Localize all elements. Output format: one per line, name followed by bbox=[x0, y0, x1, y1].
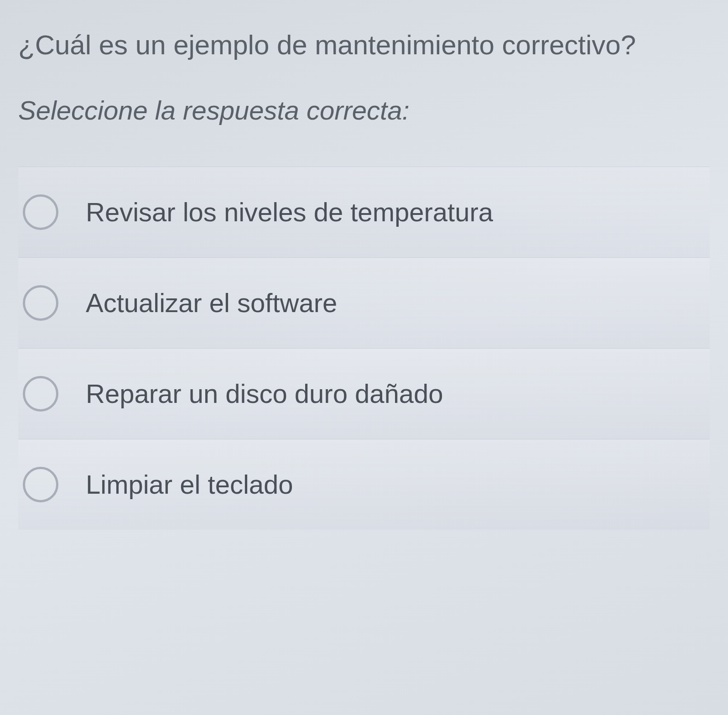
option-label: Actualizar el software bbox=[86, 287, 337, 319]
option-row-2[interactable]: Reparar un disco duro dañado bbox=[18, 348, 710, 439]
option-label: Reparar un disco duro dañado bbox=[86, 378, 443, 410]
radio-icon[interactable] bbox=[23, 376, 58, 412]
radio-icon[interactable] bbox=[23, 194, 58, 230]
option-row-0[interactable]: Revisar los niveles de temperatura bbox=[18, 167, 710, 257]
radio-icon[interactable] bbox=[23, 467, 58, 502]
instruction-text: Seleccione la respuesta correcta: bbox=[18, 95, 710, 125]
option-label: Revisar los niveles de temperatura bbox=[86, 196, 493, 228]
option-row-3[interactable]: Limpiar el teclado bbox=[18, 439, 710, 530]
options-container: Revisar los niveles de temperatura Actua… bbox=[18, 167, 710, 530]
option-row-1[interactable]: Actualizar el software bbox=[18, 257, 710, 348]
question-text: ¿Cuál es un ejemplo de mantenimiento cor… bbox=[18, 27, 710, 63]
radio-icon[interactable] bbox=[23, 285, 58, 321]
option-label: Limpiar el teclado bbox=[86, 469, 293, 501]
